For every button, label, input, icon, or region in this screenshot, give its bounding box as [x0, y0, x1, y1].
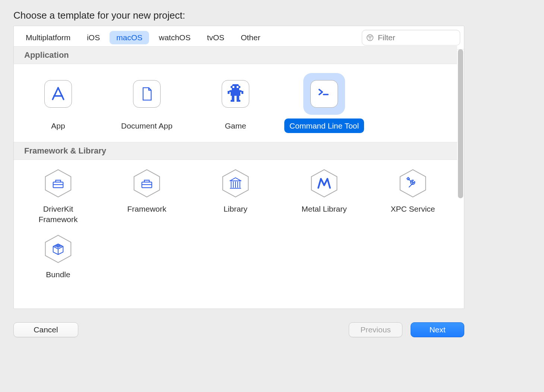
svg-rect-10	[230, 90, 241, 92]
toolbox-icon	[132, 169, 161, 198]
lego-brick-icon	[44, 234, 73, 263]
template-framework[interactable]: Framework	[102, 165, 191, 231]
template-library[interactable]: Library	[191, 165, 280, 231]
svg-rect-7	[234, 86, 236, 88]
template-label: Metal Library	[296, 202, 352, 216]
filter-field[interactable]	[362, 30, 460, 45]
cancel-button[interactable]: Cancel	[13, 322, 78, 337]
game-sprite-icon	[222, 80, 249, 108]
template-label: Command Line Tool	[284, 118, 364, 133]
metal-m-icon	[310, 169, 339, 198]
new-project-dialog: Choose a template for your new project: …	[0, 0, 479, 337]
svg-rect-8	[238, 86, 240, 88]
wrench-screwdriver-icon	[398, 169, 427, 198]
svg-rect-14	[232, 96, 235, 99]
svg-marker-25	[223, 170, 249, 197]
dialog-button-row: Cancel Previous Next	[13, 322, 464, 337]
tab-macos[interactable]: macOS	[110, 31, 149, 44]
svg-rect-11	[228, 91, 230, 94]
svg-rect-16	[231, 100, 234, 102]
svg-marker-34	[400, 170, 426, 197]
section-header-frameworks: Framework & Library	[14, 142, 457, 160]
template-driverkit-framework[interactable]: DriverKit Framework	[14, 165, 102, 231]
template-label: Library	[218, 202, 253, 216]
svg-marker-33	[311, 170, 337, 197]
svg-rect-12	[241, 91, 243, 94]
tab-other[interactable]: Other	[234, 31, 267, 44]
template-xpc-service[interactable]: XPC Service	[369, 165, 457, 231]
terminal-icon	[310, 80, 338, 108]
next-button[interactable]: Next	[411, 322, 464, 337]
filter-input[interactable]	[377, 33, 456, 42]
tab-ios[interactable]: iOS	[80, 31, 107, 44]
svg-rect-5	[232, 85, 240, 86]
svg-marker-19	[45, 170, 71, 197]
document-icon	[133, 80, 161, 108]
toolbox-icon	[44, 169, 73, 198]
template-metal-library[interactable]: Metal Library	[280, 165, 369, 231]
template-label: XPC Service	[385, 202, 440, 216]
scrollbar-thumb[interactable]	[458, 49, 463, 198]
tab-watchos[interactable]: watchOS	[152, 31, 197, 44]
template-label: Framework	[122, 202, 171, 216]
app-a-icon	[44, 80, 72, 108]
template-app[interactable]: App	[14, 69, 102, 137]
tab-multiplatform[interactable]: Multiplatform	[19, 31, 77, 44]
template-label: Game	[219, 118, 251, 133]
svg-rect-15	[237, 96, 240, 99]
template-panel: Multiplatform iOS macOS watchOS tvOS Oth…	[13, 26, 464, 309]
dialog-prompt: Choose a template for your new project:	[13, 10, 479, 21]
svg-rect-13	[231, 92, 240, 96]
template-document-app[interactable]: Document App	[102, 69, 191, 137]
template-game[interactable]: Game	[191, 69, 280, 137]
section-header-application: Application	[14, 46, 457, 64]
filter-icon	[366, 34, 374, 42]
svg-marker-22	[134, 170, 160, 197]
template-label: DriverKit Framework	[18, 202, 98, 227]
template-label: App	[46, 118, 70, 133]
application-grid: App Document App	[14, 64, 457, 142]
svg-rect-6	[231, 86, 233, 88]
svg-marker-36	[45, 235, 71, 263]
svg-rect-9	[232, 88, 240, 90]
template-scroll-area[interactable]: Application App Do	[14, 46, 457, 309]
template-command-line-tool[interactable]: Command Line Tool	[280, 69, 369, 137]
svg-rect-4	[233, 84, 238, 85]
empty-cell	[369, 69, 457, 137]
tab-tvos[interactable]: tvOS	[200, 31, 231, 44]
library-columns-icon	[221, 169, 250, 198]
template-bundle[interactable]: Bundle	[14, 231, 102, 296]
previous-button[interactable]: Previous	[349, 322, 402, 337]
frameworks-grid: DriverKit Framework Framework Library	[14, 160, 457, 301]
svg-rect-17	[237, 100, 240, 102]
template-label: Bundle	[41, 267, 75, 282]
template-label: Document App	[116, 118, 178, 133]
